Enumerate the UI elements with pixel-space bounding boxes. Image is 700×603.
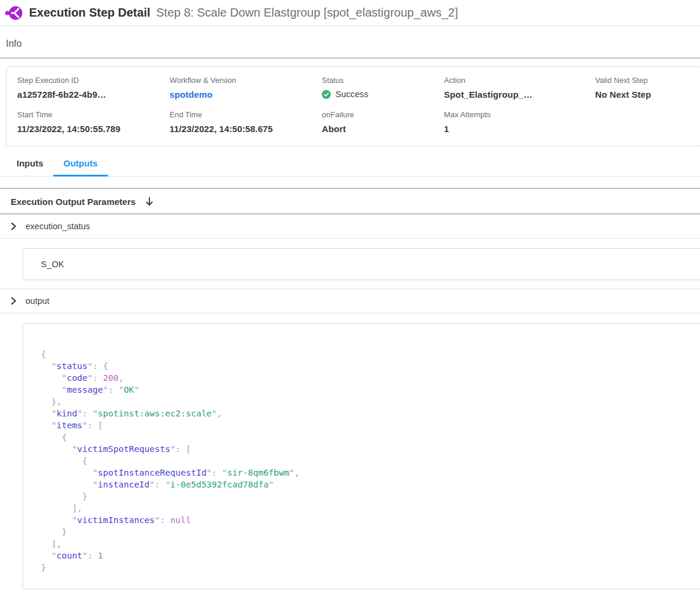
- info-field-valid-next-step: Valid Next StepNo Next Step: [595, 76, 700, 100]
- itential-logo: [5, 5, 23, 21]
- info-section-label: Info: [6, 39, 700, 49]
- tabs: InputsOutputs: [0, 158, 700, 177]
- output-json-box: { "status": { "code": 200, "message": "O…: [23, 323, 700, 589]
- json-line: "kind": "spotinst:aws:ec2:scale",: [41, 408, 700, 419]
- field-value: Success: [322, 89, 444, 99]
- info-field-empty: [595, 110, 700, 134]
- divider: [0, 238, 700, 239]
- field-label: End Time: [170, 110, 322, 119]
- field-value[interactable]: spotdemo: [170, 89, 322, 100]
- tab-outputs[interactable]: Outputs: [53, 158, 108, 177]
- output-json-code: { "status": { "code": 200, "message": "O…: [41, 348, 700, 573]
- field-label: Action: [444, 76, 595, 85]
- execution-status-value: S_OK: [41, 259, 65, 269]
- field-value: No Next Step: [595, 89, 700, 100]
- json-line: "victimSpotRequests": [: [41, 443, 700, 455]
- output-parameters-title: Execution Output Parameters: [11, 197, 136, 207]
- field-value: Spot_Elastigroup_…: [444, 89, 595, 100]
- success-check-icon: [322, 90, 331, 99]
- info-card: Step Execution IDa125728f-6b22-4b9…Workf…: [6, 66, 700, 146]
- field-label: Step Execution ID: [17, 76, 170, 85]
- json-line: "status": {: [41, 360, 700, 372]
- json-line: {: [41, 431, 700, 443]
- field-label: Status: [322, 76, 444, 85]
- json-line: }: [41, 490, 700, 502]
- info-field-onfailure: onFailureAbort: [322, 110, 444, 134]
- down-arrow-icon[interactable]: [145, 197, 154, 207]
- info-field-workflow-version: Workflow & Versionspotdemo: [170, 76, 322, 100]
- execution-output-parameters-header: Execution Output Parameters: [0, 189, 700, 213]
- param-name: output: [25, 296, 49, 306]
- field-value: Abort: [322, 124, 444, 134]
- param-name: execution_status: [25, 222, 90, 231]
- info-field-status: StatusSuccess: [322, 76, 444, 100]
- param-row-execution-status[interactable]: execution_status: [0, 214, 700, 238]
- field-label: Workflow & Version: [170, 76, 322, 85]
- json-line: "spotInstanceRequestId": "sir-8qm6fbwm",: [41, 467, 700, 479]
- json-line: ],: [41, 502, 700, 514]
- field-label: Valid Next Step: [595, 76, 700, 85]
- execution-status-value-box: S_OK: [23, 248, 700, 280]
- field-value: 1: [444, 124, 595, 134]
- info-field-max-attempts: Max Attempts1: [444, 110, 595, 134]
- param-row-output[interactable]: output: [0, 289, 700, 313]
- field-value: 11/23/2022, 14:50:55.789: [17, 124, 170, 134]
- json-line: {: [41, 455, 700, 467]
- info-field-end-time: End Time11/23/2022, 14:50:58.675: [170, 110, 322, 134]
- json-line: },: [41, 396, 700, 408]
- json-line: "code": 200,: [41, 372, 700, 384]
- info-field-start-time: Start Time11/23/2022, 14:50:55.789: [17, 110, 170, 134]
- field-label: Start Time: [17, 110, 170, 119]
- field-value: 11/23/2022, 14:50:58.675: [170, 124, 322, 134]
- status-text: Success: [335, 89, 369, 99]
- field-label: onFailure: [322, 110, 444, 119]
- json-line: "instanceId": "i-0e5d5392fcad78dfa": [41, 479, 700, 490]
- json-line: "count": 1: [41, 550, 700, 562]
- json-line: "message": "OK": [41, 384, 700, 396]
- json-line: ],: [41, 538, 700, 550]
- page-title: Execution Step Detail: [29, 6, 151, 20]
- json-line: {: [41, 348, 700, 360]
- tab-inputs[interactable]: Inputs: [7, 158, 53, 176]
- divider: [0, 313, 700, 313]
- field-label: Max Attempts: [444, 110, 595, 119]
- app-header: Execution Step Detail Step 8: Scale Down…: [0, 0, 700, 26]
- info-field-step-execution-id: Step Execution IDa125728f-6b22-4b9…: [17, 76, 170, 100]
- chevron-right-icon: [11, 222, 17, 230]
- info-divider: [0, 57, 700, 59]
- execution-step-detail-page: { "header": { "title": "Execution Step D…: [0, 0, 700, 603]
- json-line: }: [41, 562, 700, 573]
- info-field-grid: Step Execution IDa125728f-6b22-4b9…Workf…: [17, 76, 700, 134]
- json-line: "victimInstances": null: [41, 514, 700, 526]
- chevron-right-icon: [11, 297, 17, 305]
- field-value: a125728f-6b22-4b9…: [17, 89, 170, 100]
- json-line: "items": [: [41, 419, 700, 431]
- info-field-action: ActionSpot_Elastigroup_…: [444, 76, 595, 100]
- json-line: }: [41, 526, 700, 538]
- page-subtitle: Step 8: Scale Down Elastgroup [spot_elas…: [156, 6, 458, 20]
